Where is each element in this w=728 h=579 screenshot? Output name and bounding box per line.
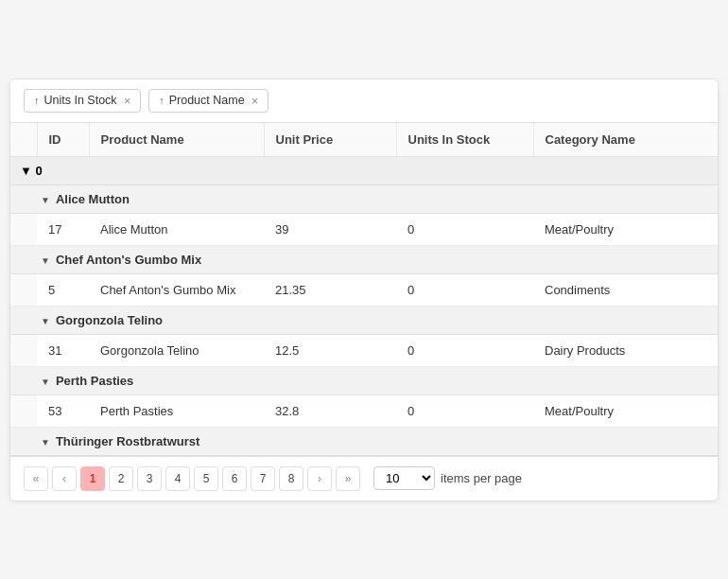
page-3-button[interactable]: 3 — [137, 466, 162, 491]
group-header-row[interactable]: ▼Gorgonzola Telino — [10, 306, 718, 334]
table-body: ▼ 0▼Alice Mutton 17 Alice Mutton 39 0 Me… — [10, 156, 718, 455]
cell-id: 5 — [37, 273, 89, 306]
expand-icon: ▼ — [20, 164, 32, 178]
group-name-label: Thüringer Rostbratwurst — [56, 434, 199, 448]
sort-tag-label: Units In Stock — [44, 94, 117, 107]
sort-tags-bar: ↑ Units In Stock ×↑ Product Name × — [10, 79, 718, 123]
col-categoryname-header[interactable]: Category Name — [533, 123, 718, 157]
page-last-button[interactable]: » — [336, 466, 360, 491]
cell-unitsinstock: 0 — [396, 273, 533, 306]
pagination-bar: « ‹ 12345678 › » 102050 items per page — [10, 456, 718, 500]
group-header-row[interactable]: ▼Chef Anton's Gumbo Mix — [10, 245, 718, 273]
group-expand-icon: ▼ — [41, 437, 50, 447]
cell-productname: Gorgonzola Telino — [89, 334, 264, 366]
sort-tag[interactable]: ↑ Product Name × — [148, 89, 269, 113]
row-expand-cell — [10, 395, 37, 427]
table-row: 5 Chef Anton's Gumbo Mix 21.35 0 Condime… — [10, 273, 718, 306]
col-unitprice-header[interactable]: Unit Price — [264, 123, 396, 157]
cell-id: 53 — [37, 395, 89, 427]
cell-unitsinstock: 0 — [396, 213, 533, 245]
group-header-row[interactable]: ▼Thüringer Rostbratwurst — [10, 427, 718, 455]
page-prev-button[interactable]: ‹ — [52, 466, 77, 491]
table-header: ID Product Name Unit Price Units In Stoc… — [10, 123, 718, 157]
main-container: ↑ Units In Stock ×↑ Product Name × ID Pr… — [9, 79, 719, 501]
sort-tag-remove-button[interactable]: × — [251, 94, 259, 108]
cell-categoryname: Meat/Poultry — [533, 213, 718, 245]
sort-direction-icon: ↑ — [159, 95, 165, 106]
page-8-button[interactable]: 8 — [279, 466, 303, 491]
data-grid: ID Product Name Unit Price Units In Stoc… — [10, 123, 718, 456]
group-header-row[interactable]: ▼Alice Mutton — [10, 184, 718, 213]
group-name-label: Alice Mutton — [56, 192, 130, 206]
sort-tag-label: Product Name — [169, 94, 245, 107]
cell-unitprice: 21.35 — [264, 273, 396, 306]
cell-productname: Chef Anton's Gumbo Mix — [89, 273, 264, 306]
group-expand-icon: ▼ — [41, 255, 50, 266]
cell-unitprice: 12.5 — [264, 334, 396, 366]
group-expand-icon: ▼ — [41, 316, 50, 326]
group-name-label: Perth Pasties — [56, 374, 133, 388]
page-first-button[interactable]: « — [24, 466, 48, 491]
root-group-value: 0 — [36, 164, 43, 178]
sort-tag-remove-button[interactable]: × — [124, 94, 131, 108]
page-6-button[interactable]: 6 — [222, 466, 247, 491]
page-2-button[interactable]: 2 — [109, 466, 133, 491]
page-next-button[interactable]: › — [307, 466, 332, 491]
group-expand-icon: ▼ — [41, 377, 50, 387]
cell-categoryname: Dairy Products — [533, 334, 718, 366]
page-4-button[interactable]: 4 — [165, 466, 190, 491]
group-header-row[interactable]: ▼Perth Pasties — [10, 366, 718, 395]
page-5-button[interactable]: 5 — [194, 466, 218, 491]
col-unitsInStock-header[interactable]: Units In Stock — [396, 123, 533, 157]
sort-tag[interactable]: ↑ Units In Stock × — [24, 89, 141, 113]
cell-id: 17 — [37, 213, 89, 245]
cell-unitsinstock: 0 — [396, 395, 533, 427]
sort-direction-icon: ↑ — [34, 95, 40, 106]
row-expand-cell — [10, 273, 37, 306]
row-expand-cell — [10, 213, 37, 245]
cell-id: 31 — [37, 334, 89, 366]
root-group-row[interactable]: ▼ 0 — [10, 156, 718, 184]
table-row: 31 Gorgonzola Telino 12.5 0 Dairy Produc… — [10, 334, 718, 366]
cell-productname: Alice Mutton — [89, 213, 264, 245]
group-name-label: Gorgonzola Telino — [56, 313, 163, 327]
page-buttons: 12345678 — [80, 466, 303, 491]
expand-header — [10, 123, 37, 157]
cell-categoryname: Meat/Poultry — [533, 395, 718, 427]
cell-productname: Perth Pasties — [89, 395, 264, 427]
group-name-label: Chef Anton's Gumbo Mix — [56, 253, 201, 267]
table-row: 17 Alice Mutton 39 0 Meat/Poultry — [10, 213, 718, 245]
cell-unitprice: 39 — [264, 213, 396, 245]
col-productname-header[interactable]: Product Name — [89, 123, 264, 157]
cell-unitsinstock: 0 — [396, 334, 533, 366]
items-per-page-label: items per page — [441, 471, 522, 485]
page-1-button[interactable]: 1 — [80, 466, 105, 491]
cell-unitprice: 32.8 — [264, 395, 396, 427]
per-page-select[interactable]: 102050 — [373, 466, 435, 490]
group-expand-icon: ▼ — [41, 195, 50, 205]
cell-categoryname: Condiments — [533, 273, 718, 306]
page-7-button[interactable]: 7 — [251, 466, 275, 491]
col-id-header[interactable]: ID — [37, 123, 89, 157]
per-page-selector: 102050 items per page — [373, 466, 522, 490]
row-expand-cell — [10, 334, 37, 366]
table-row: 53 Perth Pasties 32.8 0 Meat/Poultry — [10, 395, 718, 427]
